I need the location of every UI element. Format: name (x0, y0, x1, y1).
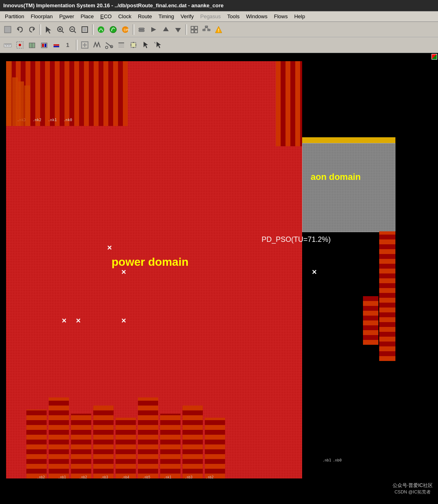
menu-verify[interactable]: Verify (177, 13, 197, 20)
x-marker-3: × (312, 267, 317, 277)
svg-marker-65 (154, 42, 156, 44)
svg-line-9 (74, 31, 76, 33)
toolbar-align-btn[interactable] (116, 39, 127, 51)
top-label-3: .nk0 (60, 118, 75, 122)
svg-point-13 (98, 26, 104, 33)
x-marker-4: × (62, 316, 67, 325)
svg-rect-44 (42, 44, 44, 47)
menu-power[interactable]: Power (56, 13, 77, 20)
toolbar-hier-btn[interactable] (201, 24, 212, 35)
yellow-stripe (302, 137, 395, 143)
watermark-line1: 公众号·普爱IC社区 (393, 482, 433, 489)
toolbar-cursor2-btn[interactable] (140, 39, 151, 51)
svg-text:1: 1 (66, 42, 69, 48)
orange-col-2 (12, 77, 18, 126)
svg-rect-26 (205, 26, 208, 28)
toolbar-fence-btn[interactable] (91, 39, 103, 51)
menu-route[interactable]: Route (135, 13, 155, 20)
menu-windows[interactable]: Windows (243, 13, 271, 20)
menu-help[interactable]: Help (291, 13, 308, 20)
right-orange-col-1 (379, 231, 395, 361)
menu-pegasus[interactable]: Pegasus (197, 13, 224, 20)
bottom-label-4: .nb3 (94, 476, 115, 479)
bottom-label-2: .nb1 (52, 476, 73, 479)
watermark-line2: CSDN @IC拓荒者 (395, 489, 431, 495)
toolbar-undo-btn[interactable] (14, 24, 26, 35)
toolbar-warn-btn[interactable]: ! (213, 24, 224, 35)
toolbar-num-btn[interactable]: 1 (63, 39, 74, 51)
toolbar-grid-btn[interactable] (189, 24, 200, 35)
menu-floorplan[interactable]: Floorplan (28, 13, 56, 20)
menu-place[interactable]: Place (77, 13, 97, 20)
svg-rect-28 (208, 29, 210, 31)
toolbar-cut-btn[interactable] (103, 39, 115, 51)
toolbar-zoom-out-btn[interactable] (67, 24, 78, 35)
svg-line-5 (62, 31, 64, 33)
toolbar-sep-1 (39, 24, 41, 35)
toolbar-select-btn[interactable] (2, 24, 13, 35)
color-indicator (432, 54, 437, 60)
svg-line-29 (204, 28, 206, 29)
chip-view[interactable]: .nk3 .nk2 .nk1 .nk0 × × × × × × power do… (6, 61, 395, 491)
menu-flows[interactable]: Flows (271, 13, 291, 20)
orange-col-4 (24, 85, 30, 126)
aon-domain-label: aon domain (311, 172, 389, 182)
power-domain-area: .nk3 .nk2 .nk1 .nk0 × × × × × × power do… (6, 61, 302, 478)
svg-rect-27 (203, 29, 205, 31)
watermark: 公众号·普爱IC社区 CSDN @IC拓荒者 (389, 481, 436, 497)
toolbar-route2-btn[interactable] (107, 24, 119, 35)
toolbar-snap-btn[interactable] (14, 39, 26, 51)
svg-line-30 (206, 28, 209, 29)
svg-rect-22 (191, 26, 194, 29)
toolbar-sep-2 (92, 24, 94, 35)
toolbar-cursor3-btn[interactable] (152, 39, 163, 51)
toolbar-route-btn[interactable] (95, 24, 107, 35)
toolbar-wire-btn[interactable] (51, 39, 62, 51)
toolbar-power-btn[interactable] (39, 39, 50, 51)
bottom-col-8 (182, 406, 203, 478)
bottom-col-9 (205, 418, 225, 478)
svg-point-40 (19, 44, 21, 46)
svg-marker-21 (175, 28, 181, 32)
toolbar-cursor-btn[interactable] (43, 24, 54, 35)
menu-timing[interactable]: Timing (155, 13, 178, 20)
toolbar-area: DRC ! (0, 22, 438, 53)
svg-rect-25 (195, 30, 198, 33)
svg-text:DRC: DRC (124, 28, 129, 32)
watermark-logo: 公众号·普爱IC社区 CSDN @IC拓荒者 (389, 481, 436, 497)
menu-clock[interactable]: Clock (115, 13, 135, 20)
toolbar-down-btn[interactable] (172, 24, 184, 35)
bottom-col-7 (160, 414, 180, 478)
toolbar-db-btn[interactable] (136, 24, 147, 35)
pdpso-label: PD_PSO(TU=71.2%) (262, 235, 391, 244)
title-text: Innovus(TM) Implementation System 20.16 … (3, 2, 223, 9)
main-canvas: .nk3 .nk2 .nk1 .nk0 × × × × × × power do… (0, 53, 438, 499)
toolbar-zoom-fit-btn[interactable] (79, 24, 90, 35)
svg-marker-20 (163, 27, 169, 31)
bottom-label-1: .nb2 (30, 476, 52, 479)
toolbar-up-btn[interactable] (160, 24, 172, 35)
bottom-col-1 (26, 410, 47, 478)
toolbar-redo-btn[interactable] (26, 24, 38, 35)
top-label-2: .nk1 (45, 118, 60, 122)
toolbar-timing-btn[interactable] (148, 24, 159, 35)
toolbar-cell-btn[interactable] (26, 39, 38, 51)
menu-partition[interactable]: Partition (2, 13, 28, 20)
svg-rect-45 (45, 44, 46, 47)
bottom-label-8: .nb3 (178, 476, 199, 479)
bottom-right-labels: .nb1 .nb0 (322, 458, 341, 462)
svg-point-14 (110, 26, 116, 33)
toolbar-move-btn[interactable] (128, 39, 139, 51)
menu-eco[interactable]: ECO (97, 13, 115, 20)
toolbar-ruler-btn[interactable] (2, 39, 13, 51)
svg-rect-23 (195, 26, 198, 29)
toolbar-sep-4 (185, 24, 187, 35)
toolbar-select2-btn[interactable] (79, 39, 90, 51)
menu-tools[interactable]: Tools (224, 13, 243, 20)
bottom-col-5 (116, 418, 136, 478)
title-bar: Innovus(TM) Implementation System 20.16 … (0, 0, 438, 11)
toolbar-drc-btn[interactable]: DRC (120, 24, 131, 35)
orange-col-3 (18, 81, 24, 126)
toolbar-zoom-in-btn[interactable] (55, 24, 66, 35)
top-label-1: .nk2 (30, 118, 44, 122)
